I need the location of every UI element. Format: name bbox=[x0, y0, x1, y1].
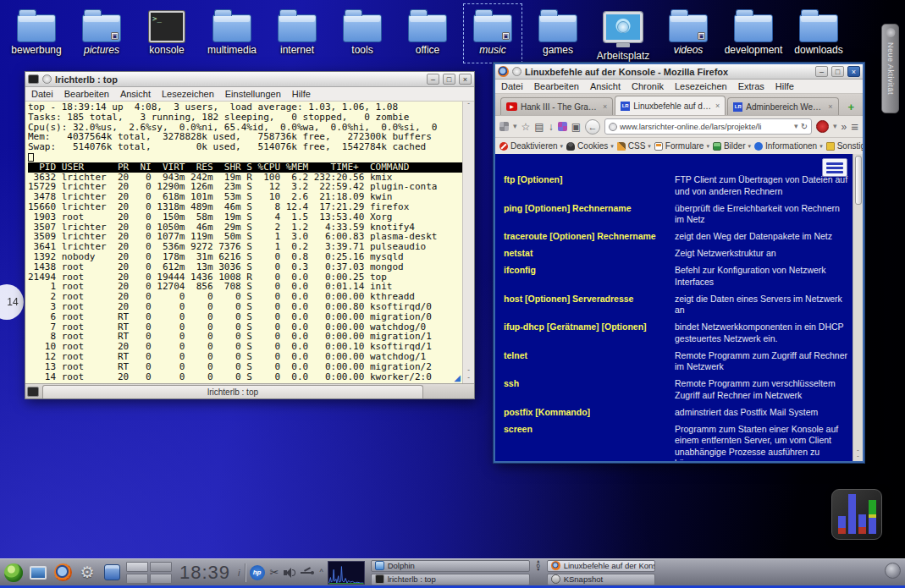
scroll-up-icon[interactable]: ˆ bbox=[857, 449, 858, 455]
menu-item[interactable]: Chronik bbox=[632, 81, 664, 91]
task-firefox[interactable]: Linuxbefehle auf der Konsole - Mozi bbox=[547, 560, 655, 572]
url-text[interactable]: www.larsrichter-online.de/lars/projekte/… bbox=[620, 122, 792, 131]
menu-item[interactable]: Extras bbox=[738, 81, 764, 91]
menu-item[interactable]: Datei bbox=[31, 89, 53, 99]
dropdown-icon[interactable]: ▾ bbox=[513, 123, 517, 130]
tab-close-icon[interactable]: × bbox=[603, 102, 607, 111]
task-dolphin[interactable]: Dolphin bbox=[371, 560, 530, 572]
devbar-item[interactable]: Informationen ▾ bbox=[754, 141, 823, 151]
scroll-up-icon[interactable]: ˆ bbox=[467, 102, 470, 109]
tab-close-icon[interactable]: × bbox=[828, 102, 832, 111]
tab-adminbereich[interactable]: LR Adminbereich Website 2... × bbox=[727, 97, 838, 115]
desktop-icon-office[interactable]: office bbox=[400, 5, 455, 62]
resize-grip-icon[interactable]: ◢ bbox=[454, 373, 461, 382]
close-button[interactable]: × bbox=[459, 74, 472, 85]
task-scroll-spinner[interactable]: ▴ 6 ▾ bbox=[532, 560, 545, 572]
url-bar[interactable]: www.larsrichter-online.de/lars/projekte/… bbox=[604, 118, 812, 135]
spinner-down-icon[interactable]: ▾ bbox=[537, 568, 539, 572]
tab-close-icon[interactable]: × bbox=[715, 102, 720, 110]
device-notifier-usb-icon[interactable] bbox=[301, 568, 314, 578]
settings-launcher[interactable]: ⚙ bbox=[77, 563, 97, 583]
minimize-button[interactable]: – bbox=[815, 66, 828, 77]
menu-item[interactable]: Bearbeiten bbox=[64, 89, 109, 99]
desktop-icon-bewerbung[interactable]: bewerbung bbox=[8, 5, 64, 62]
desktop-1[interactable] bbox=[126, 562, 148, 572]
task-ksnapshot[interactable]: KSnapshot bbox=[547, 574, 655, 585]
window-tool-icon[interactable]: ▣ bbox=[571, 122, 581, 132]
adblock-dropdown-icon[interactable]: ▾ bbox=[833, 123, 837, 130]
konsole-terminal-area[interactable]: top - 18:39:14 up 4:08, 3 users, load av… bbox=[25, 102, 474, 383]
hp-tray-icon[interactable]: hp bbox=[250, 565, 265, 580]
desktop-icon-tools[interactable]: tools bbox=[334, 5, 390, 62]
url-dropdown-icon[interactable]: ▾ bbox=[794, 123, 798, 130]
system-load-widget[interactable] bbox=[831, 489, 882, 540]
tab-hank-iii[interactable]: ▶ Hank III - The Grand Ole ... × bbox=[500, 97, 613, 115]
desktop-icon-internet[interactable]: internet bbox=[269, 5, 325, 62]
menu-item[interactable]: Lesezeichen bbox=[675, 81, 727, 91]
kickoff-menu-button[interactable] bbox=[3, 563, 24, 583]
close-button[interactable]: × bbox=[847, 66, 860, 77]
desktop-icon-konsole[interactable]: >_ konsole bbox=[139, 5, 195, 62]
klipper-scissors-icon[interactable]: ✂ bbox=[270, 567, 279, 578]
adblock-icon[interactable] bbox=[816, 120, 829, 133]
terminal-tab-icon[interactable] bbox=[27, 387, 39, 397]
desktop-4[interactable] bbox=[150, 574, 172, 584]
firefox-launcher[interactable] bbox=[52, 563, 73, 583]
minimize-button[interactable]: – bbox=[427, 74, 439, 85]
apps-grid-icon[interactable] bbox=[499, 122, 509, 131]
extension-grid-icon[interactable] bbox=[558, 122, 567, 131]
devbar-item[interactable]: Sonstiges ▾ bbox=[826, 141, 863, 151]
page-menu-button[interactable] bbox=[822, 158, 847, 177]
info-icon[interactable]: i bbox=[238, 568, 240, 578]
digital-clock[interactable]: 18:39 bbox=[176, 562, 234, 584]
new-tab-button[interactable]: + bbox=[843, 100, 859, 115]
menu-item[interactable]: Ansicht bbox=[590, 81, 621, 91]
terminal-scrollbar[interactable]: ˆ ˆ ˇ bbox=[462, 102, 474, 383]
maximize-button[interactable]: □ bbox=[443, 74, 455, 85]
overflow-icon[interactable]: » bbox=[842, 122, 847, 132]
show-desktop-button[interactable] bbox=[28, 563, 48, 583]
virtual-desktop-pager[interactable] bbox=[126, 562, 172, 584]
scroll-down-icon[interactable]: ˇ bbox=[467, 376, 470, 383]
back-button[interactable]: ← bbox=[585, 119, 600, 135]
menu-item[interactable]: Ansicht bbox=[120, 89, 151, 99]
menu-item[interactable]: Hilfe bbox=[775, 81, 794, 91]
desktop-icon-downloads[interactable]: downloads bbox=[791, 5, 847, 62]
desktop-2[interactable] bbox=[150, 562, 172, 572]
devbar-item[interactable]: Cookies ▾ bbox=[566, 141, 614, 151]
maximize-button[interactable]: □ bbox=[831, 66, 844, 77]
task-konsole[interactable]: lrichterlb : top bbox=[371, 574, 530, 585]
desktop-icon-development[interactable]: development bbox=[726, 5, 781, 62]
volume-icon[interactable] bbox=[284, 568, 295, 578]
desktop-icon-arbeitsplatz[interactable]: Arbeitsplatz bbox=[595, 5, 651, 62]
firefox-titlebar[interactable]: Linuxbefehle auf der Konsole - Mozilla F… bbox=[495, 64, 863, 80]
tab-linuxbefehle[interactable]: LR Linuxbefehle auf der Kon... × bbox=[615, 96, 726, 115]
tray-expand-icon[interactable]: ^ bbox=[319, 569, 323, 576]
menu-item[interactable]: Hilfe bbox=[292, 89, 311, 99]
desktop-icon-pictures[interactable]: ▣ pictures bbox=[74, 5, 130, 62]
desktop-icon-games[interactable]: games bbox=[530, 5, 586, 62]
page-scrollbar[interactable]: ˆ ˇ bbox=[853, 154, 863, 461]
scroll-up-icon[interactable]: ˆ bbox=[467, 368, 470, 376]
scroll-down-icon[interactable]: ˇ bbox=[857, 455, 858, 461]
devbar-item[interactable]: Formulare ▾ bbox=[654, 141, 709, 151]
clipboard-icon[interactable]: ▤ bbox=[534, 122, 544, 132]
desktop-icon-multimedia[interactable]: multimedia bbox=[204, 5, 260, 62]
desktop-icon-music[interactable]: ▣ music bbox=[465, 5, 521, 62]
menu-item[interactable]: Datei bbox=[501, 81, 523, 91]
panel-cashew-icon[interactable] bbox=[885, 563, 901, 579]
menu-item[interactable]: Bearbeiten bbox=[534, 81, 579, 91]
downloads-icon[interactable]: ↓ bbox=[549, 122, 554, 132]
network-monitor-graph[interactable] bbox=[328, 561, 365, 585]
bookmark-star-icon[interactable]: ☆ bbox=[521, 122, 531, 132]
konsole-titlebar[interactable]: lrichterlb : top – □ × bbox=[25, 72, 474, 87]
reload-icon[interactable]: ↻ bbox=[801, 123, 808, 131]
devbar-item[interactable]: Deaktivieren ▾ bbox=[499, 141, 563, 151]
desktop-3[interactable] bbox=[126, 574, 148, 584]
pin-icon[interactable] bbox=[42, 74, 52, 84]
menu-item[interactable]: Einstellungen bbox=[225, 89, 281, 99]
terminal-tab[interactable]: lrichterlb : top bbox=[42, 385, 423, 398]
desktop-icon-videos[interactable]: ▣ videos bbox=[660, 5, 716, 62]
devbar-item[interactable]: Bilder ▾ bbox=[713, 141, 751, 151]
menu-item[interactable]: Lesezeichen bbox=[162, 89, 214, 99]
